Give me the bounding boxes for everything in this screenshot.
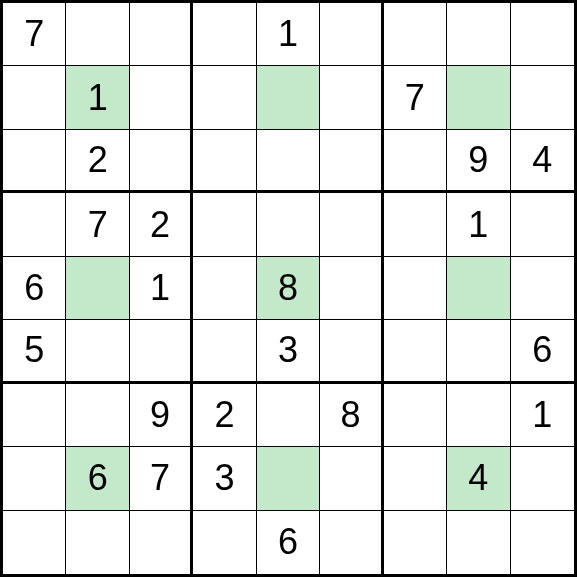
cell-r8-c3[interactable] [193,511,256,574]
cell-r1-c6[interactable]: 7 [384,66,447,129]
cell-r6-c2[interactable]: 9 [130,384,193,447]
cell-r4-c3[interactable] [193,257,256,320]
cell-r0-c6[interactable] [384,3,447,66]
sudoku-grid: 7117294721618536928167346 [0,0,577,577]
cell-r4-c7[interactable] [447,257,510,320]
cell-r7-c1[interactable]: 6 [66,447,129,510]
cell-r6-c6[interactable] [384,384,447,447]
cell-r4-c8[interactable] [511,257,574,320]
cell-r1-c2[interactable] [130,66,193,129]
cell-r3-c4[interactable] [257,193,320,256]
cell-r0-c1[interactable] [66,3,129,66]
cell-r8-c7[interactable] [447,511,510,574]
cell-r3-c3[interactable] [193,193,256,256]
cell-r8-c5[interactable] [320,511,383,574]
cell-r4-c2[interactable]: 1 [130,257,193,320]
cell-r0-c2[interactable] [130,3,193,66]
cell-r1-c3[interactable] [193,66,256,129]
cell-r7-c5[interactable] [320,447,383,510]
cell-r6-c7[interactable] [447,384,510,447]
cell-r3-c1[interactable]: 7 [66,193,129,256]
cell-r2-c2[interactable] [130,130,193,193]
cell-r2-c3[interactable] [193,130,256,193]
cell-r0-c4[interactable]: 1 [257,3,320,66]
cell-r7-c8[interactable] [511,447,574,510]
cell-r6-c0[interactable] [3,384,66,447]
cell-r7-c6[interactable] [384,447,447,510]
cell-r4-c1[interactable] [66,257,129,320]
cell-r0-c7[interactable] [447,3,510,66]
cell-r6-c3[interactable]: 2 [193,384,256,447]
cell-r2-c0[interactable] [3,130,66,193]
cell-r1-c4[interactable] [257,66,320,129]
cell-r8-c6[interactable] [384,511,447,574]
cell-r5-c2[interactable] [130,320,193,383]
cell-r1-c1[interactable]: 1 [66,66,129,129]
cell-r1-c0[interactable] [3,66,66,129]
cell-r7-c0[interactable] [3,447,66,510]
cell-r2-c6[interactable] [384,130,447,193]
cell-r6-c5[interactable]: 8 [320,384,383,447]
cell-r1-c8[interactable] [511,66,574,129]
cell-r2-c7[interactable]: 9 [447,130,510,193]
cell-r3-c7[interactable]: 1 [447,193,510,256]
cell-r0-c0[interactable]: 7 [3,3,66,66]
cell-r8-c8[interactable] [511,511,574,574]
cell-r5-c0[interactable]: 5 [3,320,66,383]
cell-r1-c5[interactable] [320,66,383,129]
cell-r6-c8[interactable]: 1 [511,384,574,447]
cell-r4-c4[interactable]: 8 [257,257,320,320]
cell-r2-c4[interactable] [257,130,320,193]
cell-r7-c4[interactable] [257,447,320,510]
cell-r7-c2[interactable]: 7 [130,447,193,510]
cell-r0-c8[interactable] [511,3,574,66]
cell-r2-c8[interactable]: 4 [511,130,574,193]
cell-r6-c1[interactable] [66,384,129,447]
cell-r2-c1[interactable]: 2 [66,130,129,193]
cell-r4-c0[interactable]: 6 [3,257,66,320]
cell-r3-c0[interactable] [3,193,66,256]
cell-r8-c2[interactable] [130,511,193,574]
cell-r5-c6[interactable] [384,320,447,383]
cell-r5-c8[interactable]: 6 [511,320,574,383]
cell-r8-c1[interactable] [66,511,129,574]
cell-r4-c6[interactable] [384,257,447,320]
cell-r3-c6[interactable] [384,193,447,256]
cell-r3-c5[interactable] [320,193,383,256]
cell-r4-c5[interactable] [320,257,383,320]
cell-r8-c4[interactable]: 6 [257,511,320,574]
cell-r5-c4[interactable]: 3 [257,320,320,383]
cell-r5-c5[interactable] [320,320,383,383]
cell-r0-c5[interactable] [320,3,383,66]
cell-r5-c7[interactable] [447,320,510,383]
cell-r7-c7[interactable]: 4 [447,447,510,510]
cell-r5-c1[interactable] [66,320,129,383]
cell-r0-c3[interactable] [193,3,256,66]
cell-r8-c0[interactable] [3,511,66,574]
cell-r3-c2[interactable]: 2 [130,193,193,256]
cell-r2-c5[interactable] [320,130,383,193]
cell-r1-c7[interactable] [447,66,510,129]
cell-r7-c3[interactable]: 3 [193,447,256,510]
cell-r5-c3[interactable] [193,320,256,383]
cell-r6-c4[interactable] [257,384,320,447]
cell-r3-c8[interactable] [511,193,574,256]
